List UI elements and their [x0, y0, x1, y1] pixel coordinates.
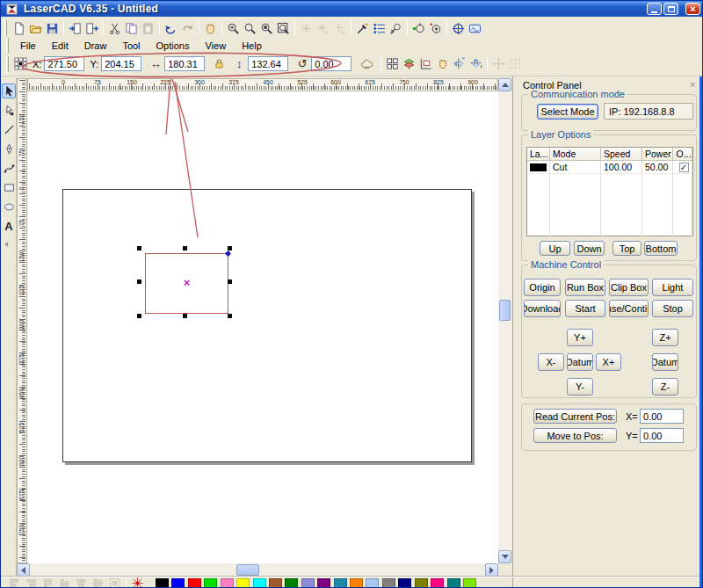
move-icon[interactable]	[490, 55, 507, 72]
palette-color[interactable]	[269, 578, 282, 588]
panel-close-icon[interactable]: ×	[690, 79, 695, 90]
anchor-grid-icon[interactable]	[12, 55, 29, 72]
scroll-up-icon[interactable]	[498, 78, 511, 91]
cut-icon[interactable]	[106, 20, 123, 37]
palette-color[interactable]	[415, 578, 428, 588]
pos-x-input[interactable]	[640, 409, 684, 424]
jog-y-minus-button[interactable]: Y-	[567, 378, 593, 396]
menu-draw[interactable]: Draw	[76, 40, 115, 51]
point-probe-icon[interactable]	[388, 20, 404, 37]
toolbar-grip[interactable]	[4, 20, 7, 36]
palette-color[interactable]	[431, 578, 444, 588]
zoom-page-icon[interactable]	[275, 20, 292, 37]
object-params-icon[interactable]	[371, 20, 388, 37]
center-view-icon[interactable]	[450, 20, 467, 37]
scroll-down-icon[interactable]	[498, 550, 511, 563]
ellipse-tool[interactable]	[2, 200, 16, 214]
jog-z-plus-button[interactable]: Z+	[652, 329, 678, 346]
layer-speed[interactable]: 100.00	[601, 161, 642, 174]
align-center-h-icon[interactable]	[73, 575, 90, 588]
palette-color[interactable]	[463, 578, 476, 588]
col-power[interactable]: Power	[642, 148, 673, 161]
start-button[interactable]: Start	[565, 300, 605, 317]
adjust-icon[interactable]	[434, 55, 451, 72]
layer-mode[interactable]: Cut	[550, 161, 601, 174]
pick-tool-icon[interactable]	[354, 20, 371, 37]
new-file-icon[interactable]	[11, 20, 27, 37]
palette-color[interactable]	[156, 578, 169, 588]
selection-handle-s[interactable]	[183, 314, 187, 318]
align-left-icon[interactable]	[6, 575, 23, 588]
scroll-right-icon[interactable]	[485, 563, 498, 577]
layer-table[interactable]: La... Mode Speed Power O... Cut 100.00 5…	[526, 147, 693, 236]
node-delete-icon[interactable]	[315, 20, 331, 37]
height-input[interactable]	[248, 56, 288, 71]
col-layer[interactable]: La...	[527, 148, 550, 161]
palette-color[interactable]	[204, 578, 217, 588]
vertical-scrollbar[interactable]	[498, 91, 511, 550]
layer-bottom-button[interactable]: Bottom	[644, 241, 678, 256]
import-icon[interactable]	[67, 20, 83, 37]
node-cut-icon[interactable]	[331, 20, 348, 37]
palette-color[interactable]	[221, 578, 234, 588]
selection-handle-e[interactable]	[228, 279, 232, 284]
palette-color[interactable]	[301, 578, 315, 588]
line-tool[interactable]	[2, 122, 16, 137]
save-file-icon[interactable]	[44, 20, 61, 37]
datum-xy-button[interactable]: Datum	[567, 353, 593, 371]
select-tool[interactable]	[2, 83, 16, 98]
layer-top-button[interactable]: Top	[612, 241, 641, 256]
clip-box-button[interactable]: Clip Box	[609, 279, 649, 296]
x-position-input[interactable]	[44, 56, 84, 71]
copy-icon[interactable]	[123, 20, 140, 37]
paste-icon[interactable]	[140, 20, 156, 37]
undo-icon[interactable]	[163, 20, 179, 37]
group-icon[interactable]	[401, 55, 417, 72]
propbar-grip[interactable]	[6, 56, 9, 72]
menu-edit[interactable]: Edit	[44, 40, 76, 51]
palette-color[interactable]	[236, 578, 250, 588]
minimize-button[interactable]	[647, 3, 662, 15]
move-to-pos-button[interactable]: Move to Pos:	[533, 428, 617, 443]
col-output[interactable]: O...	[673, 148, 692, 161]
palette-color[interactable]	[382, 578, 395, 588]
maximize-button[interactable]	[663, 3, 678, 15]
run-box-button[interactable]: Run Box	[565, 279, 605, 296]
node-edit-tool[interactable]	[2, 103, 16, 118]
col-speed[interactable]: Speed	[601, 148, 642, 161]
zoom-all-icon[interactable]	[258, 20, 275, 37]
pos-y-input[interactable]	[640, 428, 684, 443]
rectangle-tool[interactable]	[2, 180, 16, 195]
y-position-input[interactable]	[101, 56, 141, 71]
node-point-icon[interactable]	[427, 20, 444, 37]
close-button[interactable]: ×	[685, 3, 700, 15]
open-file-icon[interactable]	[27, 20, 44, 37]
zoom-actual-icon[interactable]	[242, 20, 258, 37]
align-right-icon[interactable]	[23, 575, 40, 588]
palette-color[interactable]	[447, 578, 460, 588]
rotation-input[interactable]	[311, 56, 352, 71]
datum-z-button[interactable]: Datum	[652, 353, 678, 371]
pen-tool[interactable]	[2, 142, 16, 156]
array-copy-icon[interactable]	[384, 55, 401, 72]
jog-x-minus-button[interactable]: X-	[538, 353, 564, 371]
vertical-scroll-thumb[interactable]	[499, 300, 511, 321]
layer-output-checkbox[interactable]: ✓	[679, 163, 689, 172]
col-mode[interactable]: Mode	[550, 148, 601, 161]
palette-color[interactable]	[188, 578, 201, 588]
select-mode-button[interactable]: Select Mode	[537, 104, 598, 120]
align-center-v-icon[interactable]	[90, 575, 106, 588]
read-current-pos-button[interactable]: Read Current Pos:	[533, 409, 617, 424]
align-bottom-icon[interactable]	[56, 575, 73, 588]
layer-power[interactable]: 50.00	[642, 161, 673, 174]
text-tool[interactable]: A	[2, 219, 16, 234]
palette-color[interactable]	[317, 578, 330, 588]
menu-help[interactable]: Help	[234, 40, 270, 51]
display-area-icon[interactable]	[467, 20, 483, 37]
layer-up-button[interactable]: Up	[540, 241, 570, 256]
download-button[interactable]: Download	[524, 300, 561, 317]
preview-icon[interactable]	[359, 55, 375, 72]
palette-collapse-icon[interactable]	[4, 242, 8, 247]
menu-file[interactable]: File	[12, 40, 44, 51]
origin-button[interactable]: Origin	[524, 279, 561, 296]
